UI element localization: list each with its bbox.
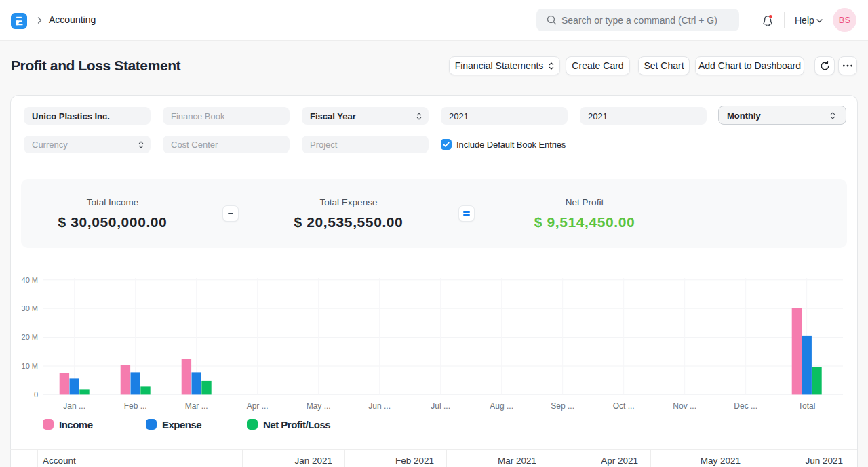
svg-text:Oct ...: Oct ... [613, 401, 635, 411]
svg-text:Nov ...: Nov ... [673, 401, 696, 411]
svg-text:Feb ...: Feb ... [124, 401, 147, 411]
svg-text:Net Profit/Loss: Net Profit/Loss [263, 419, 330, 430]
svg-text:Jan ...: Jan ... [63, 401, 85, 411]
svg-text:Sep ...: Sep ... [551, 401, 574, 411]
svg-text:Income: Income [59, 419, 93, 430]
svg-text:Apr ...: Apr ... [247, 401, 269, 411]
svg-text:May ...: May ... [307, 401, 331, 411]
svg-text:40 M: 40 M [22, 276, 38, 284]
svg-text:10 M: 10 M [22, 362, 38, 370]
svg-text:Aug ...: Aug ... [490, 401, 513, 411]
svg-text:Expense: Expense [162, 419, 201, 430]
svg-text:Dec ...: Dec ... [734, 401, 757, 411]
svg-text:Jul ...: Jul ... [431, 401, 450, 411]
svg-text:Jun ...: Jun ... [368, 401, 391, 411]
svg-text:20 M: 20 M [22, 333, 38, 341]
svg-text:30 M: 30 M [22, 304, 38, 312]
svg-text:Total: Total [798, 401, 815, 411]
svg-text:Mar ...: Mar ... [185, 401, 208, 411]
svg-text:0: 0 [34, 390, 38, 399]
